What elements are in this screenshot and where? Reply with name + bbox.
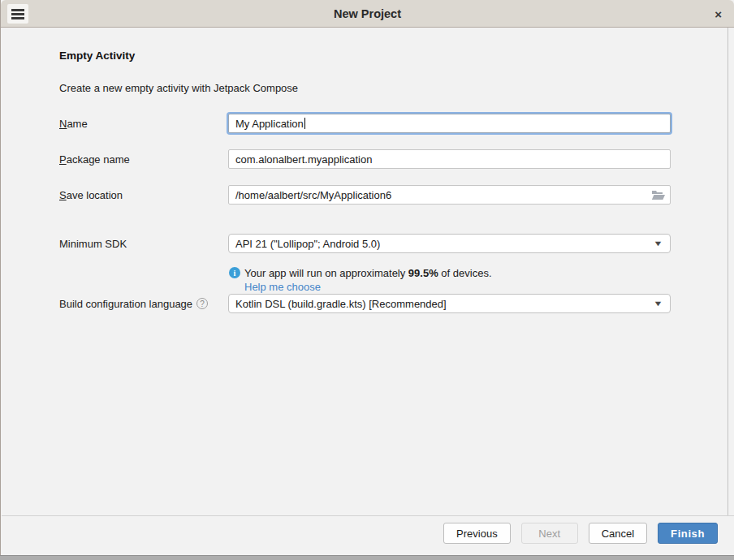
- build-config-row: Build configuration language ? Kotlin DS…: [1, 294, 734, 313]
- text-caret: [304, 118, 305, 129]
- sdk-info-text: Your app will run on approximately 99.5%…: [244, 266, 492, 280]
- new-project-dialog: New Project × Empty Activity Create a ne…: [0, 0, 734, 560]
- minimum-sdk-value: API 21 ("Lollipop"; Android 5.0): [235, 238, 380, 250]
- save-location-value: /home/aalbert/src/MyApplication6: [235, 189, 391, 201]
- minimum-sdk-label: Minimum SDK: [59, 238, 228, 250]
- save-location-label: Save location: [59, 189, 228, 201]
- close-button[interactable]: ×: [715, 0, 722, 28]
- project-form: Name My Application Package name com.alo…: [1, 114, 734, 313]
- build-config-label: Build configuration language ?: [59, 298, 228, 310]
- window-title: New Project: [334, 7, 401, 20]
- chevron-down-icon: ▼: [653, 299, 663, 308]
- cancel-button[interactable]: Cancel: [589, 523, 647, 544]
- minimum-sdk-select[interactable]: API 21 ("Lollipop"; Android 5.0) ▼: [228, 234, 671, 253]
- name-row: Name My Application: [1, 114, 734, 133]
- build-config-value: Kotlin DSL (build.gradle.kts) [Recommend…: [235, 298, 447, 310]
- package-name-value: com.alonalbert.myapplication: [235, 153, 372, 166]
- save-location-row: Save location /home/aalbert/src/MyApplic…: [1, 185, 734, 205]
- package-name-row: Package name com.alonalbert.myapplicatio…: [1, 149, 734, 169]
- save-location-input[interactable]: /home/aalbert/src/MyApplication6: [228, 185, 671, 205]
- close-icon: ×: [715, 7, 722, 21]
- next-button: Next: [521, 523, 578, 544]
- name-value: My Application: [235, 118, 304, 130]
- minimum-sdk-row: Minimum SDK API 21 ("Lollipop"; Android …: [1, 234, 734, 253]
- name-label: Name: [59, 118, 228, 130]
- sdk-info-block: i Your app will run on approximately 99.…: [229, 266, 671, 294]
- help-me-choose-link[interactable]: Help me choose: [244, 280, 492, 294]
- window-bottom-edge: [0, 555, 734, 560]
- dialog-footer: Previous Next Cancel Finish: [2, 515, 734, 550]
- device-percent: 99.5%: [408, 267, 438, 279]
- name-input[interactable]: My Application: [228, 114, 671, 133]
- info-icon: i: [229, 267, 240, 278]
- previous-button[interactable]: Previous: [443, 523, 511, 544]
- page-subtitle: Create a new empty activity with Jetpack…: [59, 82, 734, 94]
- browse-folder-button[interactable]: [651, 190, 665, 200]
- window-menu-button[interactable]: [7, 4, 28, 24]
- finish-button[interactable]: Finish: [658, 523, 718, 544]
- build-config-select[interactable]: Kotlin DSL (build.gradle.kts) [Recommend…: [228, 294, 671, 313]
- open-folder-icon: [651, 190, 665, 200]
- chevron-down-icon: ▼: [653, 239, 663, 248]
- window-right-edge: [728, 28, 728, 550]
- dialog-content: Empty Activity Create a new empty activi…: [1, 50, 734, 313]
- help-icon[interactable]: ?: [196, 298, 208, 309]
- dialog-window: New Project × Empty Activity Create a ne…: [0, 0, 734, 555]
- package-name-label: Package name: [59, 153, 228, 166]
- package-name-input[interactable]: com.alonalbert.myapplication: [228, 149, 671, 169]
- page-title: Empty Activity: [59, 50, 734, 62]
- titlebar: New Project ×: [1, 0, 734, 28]
